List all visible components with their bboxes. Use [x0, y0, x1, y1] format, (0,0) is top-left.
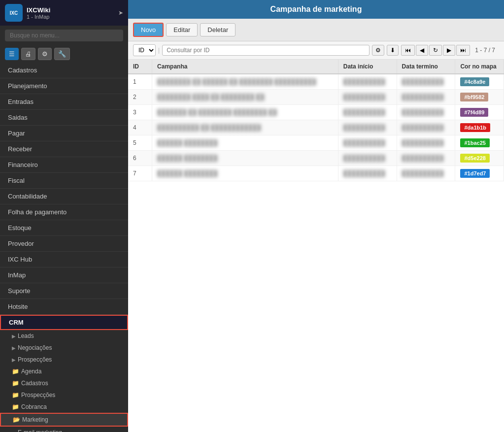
- prospeccoes2-folder-icon: 📁: [12, 392, 19, 399]
- page-refresh-button[interactable]: ↻: [429, 45, 442, 56]
- sidebar-item-estoque[interactable]: Estoque: [0, 220, 128, 236]
- sidebar-item-pagar[interactable]: Pagar: [0, 126, 128, 141]
- cell-cor: #bf9582: [455, 90, 504, 105]
- main-toolbar: Novo Editar Deletar: [128, 19, 504, 41]
- filter-bar: ID | ⚙ ⬇ ⏮ ◀ ↻ ▶ ⏭ 1 - 7 / 7: [128, 41, 504, 60]
- cell-data-termino: ██████████: [397, 151, 455, 166]
- search-input[interactable]: [5, 30, 123, 41]
- cell-data-inicio: ██████████: [338, 90, 397, 105]
- table-row[interactable]: 6██████ ████████████████████████████#d5e…: [128, 151, 504, 166]
- sidebar-item-cobranca[interactable]: 📁 Cobranca: [0, 401, 128, 413]
- sidebar-item-prospeccoes2[interactable]: 📁 Prospecções: [0, 389, 128, 401]
- cell-data-termino: ██████████: [397, 166, 455, 181]
- cell-data-inicio: ██████████: [338, 151, 397, 166]
- table-header-row: ID Campanha Data início Data termino Cor…: [128, 60, 504, 74]
- sidebar-item-negociacoes[interactable]: ▶ Negociações: [0, 342, 128, 354]
- sidebar-arrow-icon: ➤: [118, 9, 123, 16]
- sidebar-list-view-button[interactable]: ☰: [5, 48, 19, 60]
- cell-data-termino: ██████████: [397, 74, 455, 90]
- col-header-data-inicio: Data início: [338, 60, 397, 74]
- editar-button[interactable]: Editar: [166, 23, 198, 36]
- cell-id: 4: [128, 120, 152, 135]
- sidebar-toolbar: ☰ 🖨 ⚙ 🔧: [0, 45, 128, 63]
- sidebar-item-planejamento[interactable]: Planejamento: [0, 78, 128, 94]
- prospeccoes-arrow-icon: ▶: [12, 357, 16, 363]
- sidebar-item-receber[interactable]: Receber: [0, 141, 128, 157]
- cell-id: 6: [128, 151, 152, 166]
- table-row[interactable]: 4██████████ ██ █████████████████████████…: [128, 120, 504, 135]
- col-header-id: ID: [128, 60, 152, 74]
- sidebar-item-financeiro[interactable]: Financeiro: [0, 157, 128, 173]
- sidebar-item-ixchub[interactable]: IXC Hub: [0, 252, 128, 267]
- sidebar-item-folha[interactable]: Folha de pagamento: [0, 204, 128, 220]
- cell-id: 7: [128, 166, 152, 181]
- sidebar-item-saidas[interactable]: Saidas: [0, 110, 128, 126]
- page-last-button[interactable]: ⏭: [456, 45, 470, 56]
- cell-cor: #4c8a9e: [455, 74, 504, 90]
- cell-data-inicio: ██████████: [338, 105, 397, 120]
- sidebar-settings-button[interactable]: ⚙: [38, 48, 52, 60]
- cell-cor: #1bac25: [455, 135, 504, 151]
- sidebar-item-suporte[interactable]: Suporte: [0, 283, 128, 299]
- sidebar-print-button[interactable]: 🖨: [21, 48, 35, 60]
- cell-id: 5: [128, 135, 152, 151]
- sidebar-tools-button[interactable]: 🔧: [54, 48, 70, 60]
- search-bar: [0, 26, 128, 45]
- marketing-folder-icon: 📂: [13, 416, 20, 423]
- sidebar-item-fiscal[interactable]: Fiscal: [0, 173, 128, 189]
- cell-id: 3: [128, 105, 152, 120]
- table-row[interactable]: 1████████ ██ ██████ ██ ████████ ████████…: [128, 74, 504, 90]
- negociacoes-arrow-icon: ▶: [12, 345, 16, 351]
- crm-section-label[interactable]: CRM: [0, 315, 128, 330]
- sidebar-item-prospeccoes[interactable]: ▶ Prospecções: [0, 354, 128, 366]
- sidebar-item-agenda[interactable]: 📁 Agenda: [0, 366, 128, 377]
- sidebar-item-email-marketing[interactable]: E-mail marketing: [0, 427, 128, 432]
- sidebar-item-contabilidade[interactable]: Contabilidade: [0, 189, 128, 204]
- filter-field-select[interactable]: ID: [133, 44, 156, 56]
- main-content: Campanha de marketing Novo Editar Deleta…: [128, 0, 504, 432]
- novo-button[interactable]: Novo: [133, 23, 164, 37]
- cell-data-termino: ██████████: [397, 90, 455, 105]
- cell-data-termino: ██████████: [397, 105, 455, 120]
- table-row[interactable]: 5██████ ████████████████████████████#1ba…: [128, 135, 504, 151]
- sidebar-item-entradas[interactable]: Entradas: [0, 94, 128, 110]
- page-title: Campanha de marketing: [270, 5, 362, 13]
- page-info: 1 - 7 / 7: [471, 45, 499, 55]
- page-first-button[interactable]: ⏮: [401, 45, 415, 56]
- cell-campanha: ██████ ████████: [152, 135, 338, 151]
- sidebar-item-hotsite[interactable]: Hotsite: [0, 299, 128, 315]
- cell-cor: #da1b1b: [455, 120, 504, 135]
- cell-data-inicio: ██████████: [338, 74, 397, 90]
- cell-cor: #1d7ed7: [455, 166, 504, 181]
- leads-arrow-icon: ▶: [12, 333, 16, 339]
- cell-id: 1: [128, 74, 152, 90]
- sidebar-header: IXC IXCWiki 1 - InMap ➤: [0, 0, 128, 26]
- agenda-folder-icon: 📁: [12, 368, 19, 375]
- cell-campanha: ██████ ████████: [152, 151, 338, 166]
- cell-cor: #d5e228: [455, 151, 504, 166]
- sidebar-item-cadastros-crm[interactable]: 📁 Cadastros: [0, 377, 128, 389]
- table-row[interactable]: 7██████ ████████████████████████████#1d7…: [128, 166, 504, 181]
- sidebar-item-marketing[interactable]: 📂 Marketing: [0, 413, 128, 427]
- sidebar-item-cadastros[interactable]: Cadastros: [0, 63, 128, 78]
- cell-cor: #7f4d89: [455, 105, 504, 120]
- page-next-button[interactable]: ▶: [443, 45, 455, 56]
- cell-data-termino: ██████████: [397, 120, 455, 135]
- app-logo: IXC: [5, 4, 23, 22]
- filter-export-icon-button[interactable]: ⬇: [387, 45, 399, 56]
- sidebar-item-inmap[interactable]: InMap: [0, 267, 128, 283]
- cell-data-termino: ██████████: [397, 135, 455, 151]
- deletar-button[interactable]: Deletar: [200, 23, 235, 36]
- table-row[interactable]: 2████████ ████ ██ ████████ █████████████…: [128, 90, 504, 105]
- sidebar: IXC IXCWiki 1 - InMap ➤ ☰ 🖨 ⚙ 🔧 Cadastro…: [0, 0, 128, 432]
- pagination: ⏮ ◀ ↻ ▶ ⏭ 1 - 7 / 7: [401, 45, 499, 56]
- filter-settings-icon-button[interactable]: ⚙: [372, 45, 384, 56]
- filter-search-input[interactable]: [162, 45, 370, 56]
- sidebar-item-leads[interactable]: ▶ Leads: [0, 330, 128, 342]
- cell-data-inicio: ██████████: [338, 135, 397, 151]
- cobranca-folder-icon: 📁: [12, 403, 19, 410]
- sidebar-item-provedor[interactable]: Provedor: [0, 236, 128, 252]
- table-row[interactable]: 3███████ ██ ████████ ████████ ██████████…: [128, 105, 504, 120]
- app-name: IXCWiki: [27, 6, 50, 14]
- page-prev-button[interactable]: ◀: [416, 45, 428, 56]
